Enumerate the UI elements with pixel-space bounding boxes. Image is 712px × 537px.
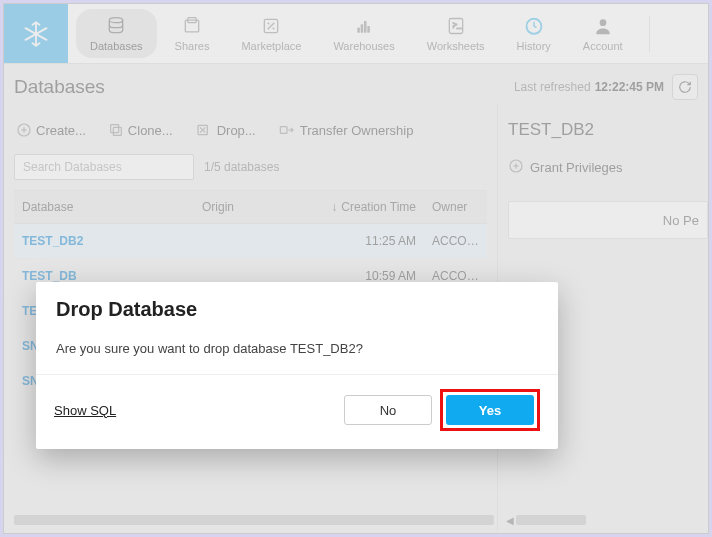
no-button[interactable]: No [344,395,432,425]
modal-title: Drop Database [36,282,558,327]
yes-button-highlight: Yes [440,389,540,431]
drop-database-modal: Drop Database Are you sure you want to d… [36,282,558,449]
modal-body: Are you sure you want to drop database T… [36,327,558,374]
show-sql-link[interactable]: Show SQL [54,403,116,418]
modal-backdrop [4,4,708,533]
yes-button[interactable]: Yes [446,395,534,425]
